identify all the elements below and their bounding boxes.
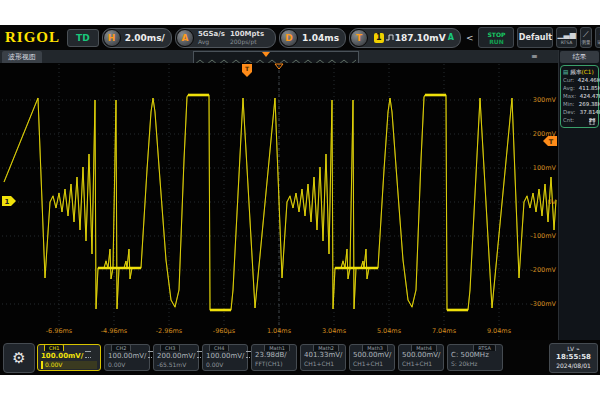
ruler-icon: ⟋ <box>583 31 589 39</box>
waveform-view-tab[interactable]: 波形视图 <box>2 51 42 63</box>
ch4-offset: 0.00V <box>206 361 244 369</box>
trigger-source-badge: 1 <box>374 33 384 43</box>
trigger-sweep-mode: A <box>448 33 454 42</box>
oscilloscope-screen: RIGOL TD H 2.00ms/ A 5GSa/s Avg 100Mpts … <box>0 25 600 375</box>
measurement-icon: ▤ <box>563 68 568 75</box>
svg-text:1: 1 <box>5 198 10 206</box>
channel-tile-ch4[interactable]: CH4 100.00mV/ 0.00V <box>202 344 248 371</box>
stat-label: Max: <box>563 92 576 99</box>
stat-value: 424.46Hz <box>578 76 600 83</box>
collapse-chevron-icon[interactable]: < <box>466 33 474 43</box>
svg-text:-6.96ms: -6.96ms <box>46 327 73 335</box>
channel-tile-ch1[interactable]: CH1 100.00mV/ 0.00V <box>37 344 101 371</box>
stat-label: Dev: <box>563 108 575 115</box>
delay-group[interactable]: D 1.04ms <box>279 28 346 48</box>
measurement-card[interactable]: ▤ 频率(C1) Cur:424.46Hz Avg:411.85Hz Max:4… <box>560 65 599 128</box>
spectrum-icon: ▁▃▅ <box>557 31 575 39</box>
acquire-knob[interactable]: A <box>176 29 194 47</box>
rtsa-tile[interactable]: RTSA C: 500MHz S: 20kHz <box>447 344 503 371</box>
ch1-offset: 0.00V <box>41 361 97 369</box>
top-bar: RIGOL TD H 2.00ms/ A 5GSa/s Avg 100Mpts … <box>0 25 600 50</box>
minimap-position-marker-icon[interactable] <box>262 52 270 57</box>
settings-gear-icon[interactable]: ⚙ <box>3 343 35 373</box>
channel-tile-ch2[interactable]: CH2 100.00mV/ 0.00V <box>104 344 150 371</box>
trigger-mode-button[interactable]: TD <box>67 29 99 47</box>
ch1-trace <box>4 95 556 310</box>
sample-rate: 5GSa/s <box>198 30 225 38</box>
waveform-svg: -6.96ms-4.96ms-2.96ms-960µs1.04ms3.04ms5… <box>0 63 558 340</box>
measurement-source: (C1) <box>582 68 594 75</box>
timebase-value: 2.00ms/ <box>125 33 165 43</box>
svg-text:-960µs: -960µs <box>213 327 236 335</box>
axis-labels: -6.96ms-4.96ms-2.96ms-960µs1.04ms3.04ms5… <box>46 96 557 335</box>
strip-menu-icon[interactable]: ≡ <box>531 52 538 61</box>
bottom-bar: ⚙ CH1 100.00mV/ 0.00V CH2 100.00mV/ 0.00… <box>0 340 600 375</box>
acq-mode: Avg <box>198 38 225 46</box>
run-stop-button[interactable]: STOP RUN <box>478 27 514 48</box>
delay-value: 1.04ms <box>302 33 339 43</box>
math3-tile[interactable]: Math3 500.00mV/ CH1+CH1 <box>349 344 395 371</box>
clock-tile[interactable]: LV ⌁ 18:55:58 2024/08/01 <box>549 343 598 373</box>
stat-value: 37.814Hz <box>579 108 600 115</box>
trigger-knob[interactable]: T <box>350 29 368 47</box>
svg-text:-300mV: -300mV <box>530 300 556 308</box>
math2-tile[interactable]: Math2 401.33mV/ CH1+CH1 <box>300 344 346 371</box>
date-display: 2024/08/01 <box>550 362 597 370</box>
stat-label: Cnt: <box>563 116 574 123</box>
svg-text:-200mV: -200mV <box>530 266 556 274</box>
svg-text:9.04ms: 9.04ms <box>487 327 512 335</box>
stat-value: 424.47Hz <box>580 92 600 99</box>
trigger-group[interactable]: T 1 187.10mV A <box>349 28 461 48</box>
rigol-logo: RIGOL <box>5 29 60 46</box>
svg-text:1.04ms: 1.04ms <box>267 327 292 335</box>
ch2-offset: 0.00V <box>108 361 146 369</box>
status-icons: LV ⌁ <box>550 344 597 353</box>
default-button[interactable]: Default <box>517 27 553 48</box>
toolbar-measure-button[interactable]: ⟋ 测量 <box>580 27 592 48</box>
toolbar-acquire-button[interactable]: ∿+ 采集控制 <box>595 27 600 48</box>
svg-text:T: T <box>549 138 554 146</box>
horizontal-knob[interactable]: H <box>103 29 121 47</box>
ch3-offset: -65.51mV <box>157 361 195 369</box>
delete-measurement-icon[interactable] <box>589 118 595 125</box>
dc-coupling-icon <box>85 351 91 358</box>
measurement-title: 频率 <box>570 68 581 75</box>
svg-text:3.04ms: 3.04ms <box>322 327 347 335</box>
math1-tile[interactable]: Math1 23.98dB/ FFT(CH1) <box>251 344 297 371</box>
waveform-display[interactable]: -6.96ms-4.96ms-2.96ms-960µs1.04ms3.04ms5… <box>0 63 558 340</box>
svg-text:7.04ms: 7.04ms <box>432 327 457 335</box>
horizontal-group[interactable]: H 2.00ms/ <box>102 28 172 48</box>
resolution: 200ps/pt <box>230 38 264 46</box>
svg-text:0V: 0V <box>547 198 556 206</box>
time-display: 18:55:58 <box>550 353 597 362</box>
svg-text:-2.96ms: -2.96ms <box>156 327 183 335</box>
svg-text:-100mV: -100mV <box>530 232 556 240</box>
memory-depth: 100Mpts <box>230 30 264 38</box>
channel-tile-ch3[interactable]: CH3 200.00mV/ -65.51mV <box>153 344 199 371</box>
result-panel: 结果 ▤ 频率(C1) Cur:424.46Hz Avg:411.85Hz Ma… <box>558 50 600 340</box>
stat-label: Min: <box>563 100 574 107</box>
math4-tile[interactable]: Math4 500.00mV/ CH1+CH1 <box>398 344 444 371</box>
toolbar-rtsa-button[interactable]: ▁▃▅ RTSA <box>556 27 576 48</box>
trigger-level-value: 187.10mV <box>395 33 446 43</box>
view-tab-strip: 波形视图 ≡ <box>0 50 558 63</box>
svg-text:5.04ms: 5.04ms <box>377 327 402 335</box>
svg-text:300mV: 300mV <box>533 96 557 104</box>
stat-label: Avg: <box>563 84 575 91</box>
svg-text:-4.96ms: -4.96ms <box>101 327 128 335</box>
stat-value: 269.38Hz <box>579 100 600 107</box>
stat-label: Cur: <box>563 76 574 83</box>
stat-value: 411.85Hz <box>579 84 600 91</box>
delay-knob[interactable]: D <box>280 29 298 47</box>
acquisition-group[interactable]: A 5GSa/s Avg 100Mpts 200ps/pt <box>175 28 276 48</box>
svg-text:100mV: 100mV <box>533 164 557 172</box>
result-panel-header[interactable]: 结果 <box>560 51 599 63</box>
trigger-edge-icon <box>386 33 395 42</box>
